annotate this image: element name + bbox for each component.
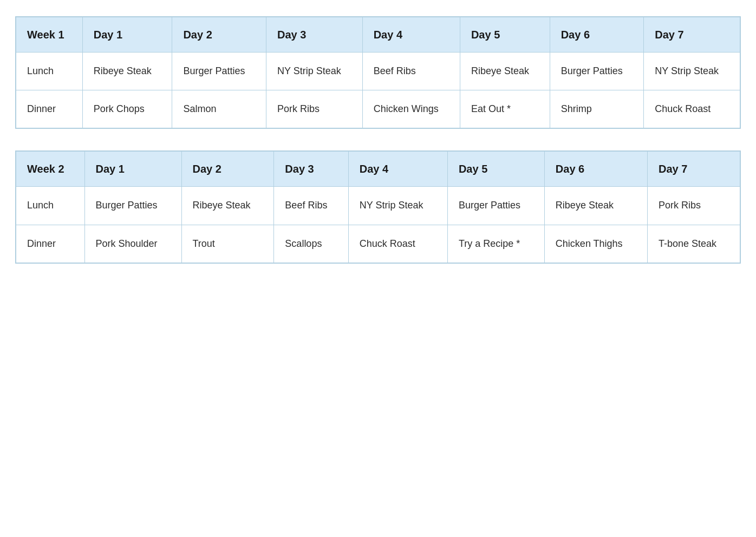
week2-lunch-row: Lunch Burger Patties Ribeye Steak Beef R…: [16, 187, 740, 225]
week2-dinner-day6: Chicken Thighs: [544, 225, 647, 263]
week2-lunch-day6: Ribeye Steak: [544, 187, 647, 225]
week2-header-day6: Day 6: [544, 151, 647, 187]
week2-dinner-day2: Trout: [181, 225, 274, 263]
week1-table: Week 1 Day 1 Day 2 Day 3 Day 4 Day 5 Day…: [15, 16, 741, 129]
week1-dinner-row: Dinner Pork Chops Salmon Pork Ribs Chick…: [16, 90, 740, 129]
week1-header-week: Week 1: [16, 17, 82, 53]
week2-lunch-day3: Beef Ribs: [274, 187, 348, 225]
week1-header-day4: Day 4: [362, 17, 460, 53]
week1-header-day2: Day 2: [172, 17, 266, 53]
week1-dinner-day7: Chuck Roast: [644, 90, 740, 129]
week1-dinner-day5: Eat Out *: [460, 90, 550, 129]
week1-dinner-label: Dinner: [16, 90, 82, 129]
week2-header-day4: Day 4: [348, 151, 447, 187]
week1-lunch-day2: Burger Patties: [172, 53, 266, 90]
week1-header-day6: Day 6: [550, 17, 644, 53]
week1-header-day3: Day 3: [266, 17, 362, 53]
week2-header-day2: Day 2: [181, 151, 274, 187]
week2-dinner-label: Dinner: [16, 225, 84, 263]
week2-lunch-day4: NY Strip Steak: [348, 187, 447, 225]
week2-header-day7: Day 7: [647, 151, 740, 187]
week2-lunch-day1: Burger Patties: [84, 187, 181, 225]
week1-dinner-day2: Salmon: [172, 90, 266, 129]
week2-dinner-day5: Try a Recipe *: [447, 225, 544, 263]
week1-lunch-day7: NY Strip Steak: [644, 53, 740, 90]
week2-dinner-day3: Scallops: [274, 225, 348, 263]
week2-lunch-day2: Ribeye Steak: [181, 187, 274, 225]
week2-lunch-day7: Pork Ribs: [647, 187, 740, 225]
week1-header-day5: Day 5: [460, 17, 550, 53]
week2-header-day1: Day 1: [84, 151, 181, 187]
week1-lunch-label: Lunch: [16, 53, 82, 90]
week1-lunch-day5: Ribeye Steak: [460, 53, 550, 90]
week1-header-day1: Day 1: [82, 17, 172, 53]
week2-table: Week 2 Day 1 Day 2 Day 3 Day 4 Day 5 Day…: [15, 150, 741, 263]
week1-lunch-day3: NY Strip Steak: [266, 53, 362, 90]
week1-dinner-day4: Chicken Wings: [362, 90, 460, 129]
week1-dinner-day1: Pork Chops: [82, 90, 172, 129]
week2-lunch-label: Lunch: [16, 187, 84, 225]
week1-lunch-row: Lunch Ribeye Steak Burger Patties NY Str…: [16, 53, 740, 90]
week1-lunch-day6: Burger Patties: [550, 53, 644, 90]
week1-lunch-day1: Ribeye Steak: [82, 53, 172, 90]
week1-dinner-day6: Shrimp: [550, 90, 644, 129]
week2-header-day5: Day 5: [447, 151, 544, 187]
week2-header-week: Week 2: [16, 151, 84, 187]
week2-dinner-day4: Chuck Roast: [348, 225, 447, 263]
week2-lunch-day5: Burger Patties: [447, 187, 544, 225]
week2-dinner-day1: Pork Shoulder: [84, 225, 181, 263]
week2-dinner-day7: T-bone Steak: [647, 225, 740, 263]
week1-dinner-day3: Pork Ribs: [266, 90, 362, 129]
week2-header-day3: Day 3: [274, 151, 348, 187]
week1-lunch-day4: Beef Ribs: [362, 53, 460, 90]
week2-dinner-row: Dinner Pork Shoulder Trout Scallops Chuc…: [16, 225, 740, 263]
week1-header-day7: Day 7: [644, 17, 740, 53]
